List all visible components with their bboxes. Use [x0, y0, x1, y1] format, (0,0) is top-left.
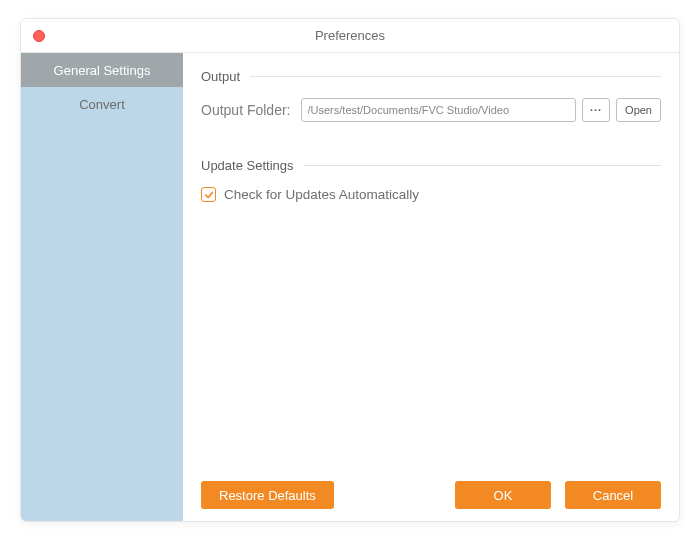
- sidebar-item-label: General Settings: [54, 63, 151, 78]
- output-folder-input[interactable]: [301, 98, 577, 122]
- open-folder-button[interactable]: Open: [616, 98, 661, 122]
- check-updates-checkbox[interactable]: [201, 187, 216, 202]
- restore-defaults-button[interactable]: Restore Defaults: [201, 481, 334, 509]
- section-output-header: Output: [201, 69, 661, 84]
- divider: [304, 165, 661, 166]
- cancel-button[interactable]: Cancel: [565, 481, 661, 509]
- check-icon: [204, 190, 214, 200]
- sidebar-item-label: Convert: [79, 97, 125, 112]
- output-folder-label: Output Folder:: [201, 102, 291, 118]
- body: General Settings Convert Output Output F…: [21, 53, 679, 521]
- section-heading: Update Settings: [201, 158, 294, 173]
- footer: Restore Defaults OK Cancel: [201, 471, 661, 509]
- ok-button[interactable]: OK: [455, 481, 551, 509]
- sidebar-item-convert[interactable]: Convert: [21, 87, 183, 121]
- section-heading: Output: [201, 69, 240, 84]
- titlebar: Preferences: [21, 19, 679, 53]
- window-title: Preferences: [315, 28, 385, 43]
- check-updates-row: Check for Updates Automatically: [201, 187, 661, 202]
- sidebar: General Settings Convert: [21, 53, 183, 521]
- check-updates-label: Check for Updates Automatically: [224, 187, 419, 202]
- output-folder-row: Output Folder: ··· Open: [201, 98, 661, 122]
- section-update-header: Update Settings: [201, 158, 661, 173]
- main-panel: Output Output Folder: ··· Open Update Se…: [183, 53, 679, 521]
- divider: [250, 76, 661, 77]
- traffic-lights: [33, 30, 45, 42]
- sidebar-item-general-settings[interactable]: General Settings: [21, 53, 183, 87]
- preferences-window: Preferences General Settings Convert Out…: [20, 18, 680, 522]
- close-icon[interactable]: [33, 30, 45, 42]
- browse-button[interactable]: ···: [582, 98, 610, 122]
